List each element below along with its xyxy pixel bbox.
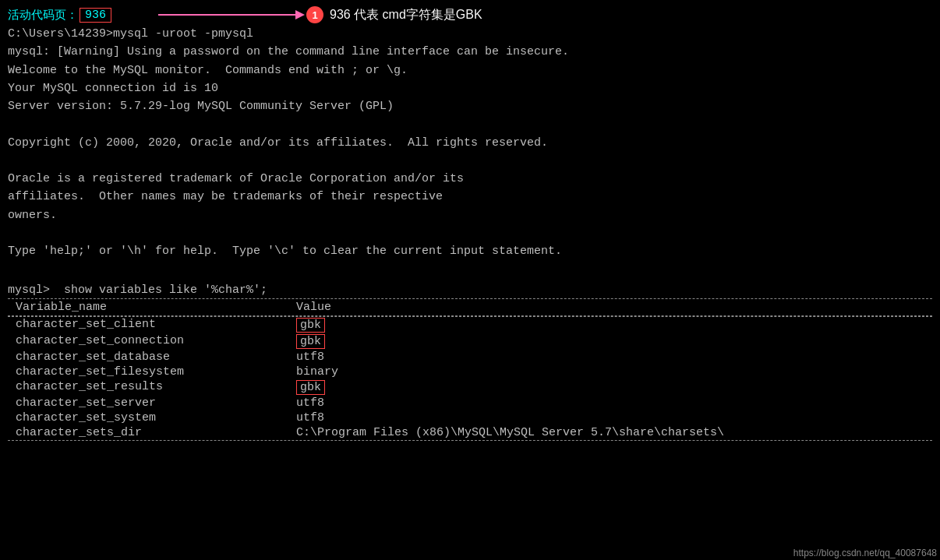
terminal-line-2: mysql: [Warning] Using a password on the…	[8, 43, 932, 61]
table-row: character_set_filesystembinary	[8, 365, 932, 379]
table-cell-varname: character_set_system	[8, 411, 288, 424]
active-code-value: 936	[80, 8, 111, 23]
terminal-line-10: affiliates. Other names may be trademark…	[8, 188, 932, 206]
table-cell-varname: character_set_client	[8, 318, 288, 333]
table-row: character_set_clientgbk	[8, 317, 932, 333]
table-cell-value: utf8	[288, 411, 932, 424]
col1-header-text: Variable_name	[16, 301, 107, 314]
terminal-output: C:\Users\14239>mysql -uroot -pmysql mysq…	[8, 25, 932, 279]
query-line[interactable]: mysql> show variables like '%char%';	[8, 284, 932, 297]
highlighted-value: gbk	[296, 334, 325, 349]
table-cell-varname: character_sets_dir	[8, 426, 288, 439]
table-row: character_set_systemutf8	[8, 410, 932, 425]
terminal-line-12	[8, 224, 932, 242]
footer-url: https://blog.csdn.net/qq_40087648	[793, 548, 937, 558]
table-row: character_set_serverutf8	[8, 396, 932, 410]
terminal-line-4: Your MySQL connection id is 10	[8, 79, 932, 97]
col2-header-text: Value	[296, 301, 331, 314]
table-row: character_sets_dirC:\Program Files (x86)…	[8, 425, 932, 440]
arrow-icon	[158, 14, 299, 16]
table-cell-varname: character_set_results	[8, 380, 288, 395]
terminal-line-6	[8, 115, 932, 133]
table-row: character_set_resultsgbk	[8, 379, 932, 396]
col-value-header: Value	[288, 301, 932, 314]
terminal-line-11: owners.	[8, 206, 932, 224]
table-cell-varname: character_set_database	[8, 350, 288, 364]
table-cell-value: utf8	[288, 396, 932, 410]
table-cell-value: gbk	[288, 318, 932, 333]
terminal-line-5: Server version: 5.7.29-log MySQL Communi…	[8, 97, 932, 115]
table-cell-varname: character_set_connection	[8, 334, 288, 349]
table-cell-value: utf8	[288, 350, 932, 364]
table-header-row: Variable_name Value	[8, 299, 932, 316]
table-cell-varname: character_set_filesystem	[8, 365, 288, 379]
table-cell-varname: character_set_server	[8, 396, 288, 410]
active-code-label: 活动代码页：	[8, 8, 78, 23]
annotation-text: 936 代表 cmd字符集是GBK	[330, 7, 482, 23]
terminal-window: 活动代码页： 936 1 936 代表 cmd字符集是GBK C:\Users\…	[0, 0, 940, 560]
col-varname-header: Variable_name	[8, 301, 288, 314]
table-cell-value: C:\Program Files (x86)\MySQL\MySQL Serve…	[288, 426, 932, 439]
table-row: character_set_connectiongbk	[8, 333, 932, 350]
annotation-container: 1 936 代表 cmd字符集是GBK	[158, 6, 482, 23]
terminal-line-3: Welcome to the MySQL monitor. Commands e…	[8, 62, 932, 79]
terminal-line-8	[8, 152, 932, 170]
highlighted-value: gbk	[296, 318, 325, 333]
table-body: character_set_clientgbkcharacter_set_con…	[8, 317, 932, 440]
terminal-line-1: C:\Users\14239>mysql -uroot -pmysql	[8, 25, 932, 43]
annotation-number: 1	[306, 6, 323, 23]
highlighted-value: gbk	[296, 380, 325, 395]
terminal-line-7: Copyright (c) 2000, 2020, Oracle and/or …	[8, 134, 932, 152]
terminal-line-14	[8, 260, 932, 278]
header-area: 活动代码页： 936 1 936 代表 cmd字符集是GBK	[8, 6, 932, 23]
table-cell-value: gbk	[288, 380, 932, 395]
table-row: character_set_databaseutf8	[8, 350, 932, 365]
table-cell-value: binary	[288, 365, 932, 379]
table-cell-value: gbk	[288, 334, 932, 349]
results-table: Variable_name Value character_set_client…	[8, 298, 932, 441]
terminal-line-13: Type 'help;' or '\h' for help. Type '\c'…	[8, 242, 932, 260]
terminal-line-9: Oracle is a registered trademark of Orac…	[8, 170, 932, 188]
